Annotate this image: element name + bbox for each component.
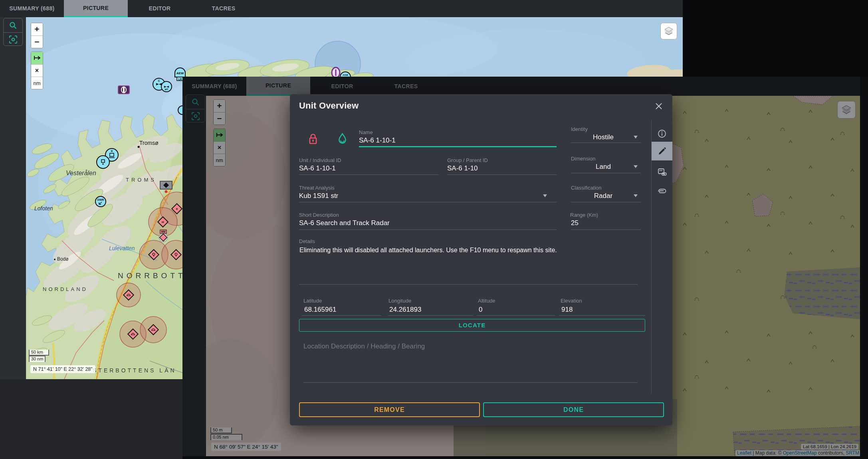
remove-button[interactable]: REMOVE	[299, 402, 480, 417]
svg-text:C: C	[158, 79, 160, 82]
longitude-input[interactable]: 24.261893	[389, 306, 421, 314]
pencil-icon	[657, 146, 667, 156]
lock-icon[interactable]	[308, 133, 318, 145]
back-measure-control: × nm	[31, 51, 43, 89]
classification-underline	[571, 202, 641, 202]
layers-button[interactable]	[660, 23, 677, 40]
locate-button[interactable]: LOCATE	[299, 319, 645, 332]
center-view-button[interactable]	[4, 32, 22, 46]
label-lofoten: Lofoten	[34, 205, 53, 212]
attachments-tab[interactable]	[652, 186, 672, 198]
details-input[interactable]: Eliminating this will disabled all attac…	[299, 247, 639, 254]
details-underline	[299, 284, 638, 285]
dimension-dropdown-arrow[interactable]	[634, 165, 638, 168]
classification-dropdown-arrow[interactable]	[634, 194, 638, 197]
short-desc-input[interactable]: SA-6 Search and Track Radar	[299, 219, 390, 227]
edit-tab[interactable]	[652, 142, 672, 160]
info-tab[interactable]	[652, 128, 672, 140]
app-background	[0, 379, 182, 459]
label-bodo: Bodø	[57, 256, 69, 262]
image-link-icon	[657, 167, 667, 177]
tab-tacres[interactable]: TACRES	[192, 0, 256, 17]
tab-picture[interactable]: PICTURE	[64, 0, 128, 17]
group-id-underline	[447, 174, 557, 175]
tab-editor[interactable]: EDITOR	[128, 0, 192, 17]
search-icon	[9, 21, 18, 30]
name-label: Name	[359, 129, 373, 135]
altitude-input[interactable]: 0	[479, 306, 482, 314]
classification-label: Classification	[571, 185, 602, 191]
longitude-label: Longitude	[388, 298, 411, 304]
svg-text:DWR: DWR	[97, 198, 104, 201]
unit-id-input[interactable]: SA-6 1-10-1	[299, 164, 336, 172]
label-sterbotten: STERBOTTENS LÄN	[93, 367, 176, 374]
svg-text:LR: LR	[178, 78, 182, 81]
identity-label: Identity	[571, 126, 588, 132]
clear-button[interactable]: ×	[31, 64, 43, 77]
threat-select[interactable]: Kub 1S91 str	[299, 192, 338, 200]
flame-icon[interactable]	[337, 133, 347, 145]
dimension-select[interactable]: Land	[571, 163, 636, 171]
svg-text:II: II	[176, 207, 178, 211]
longitude-underline	[388, 315, 473, 316]
dimension-underline	[571, 173, 641, 173]
classification-select[interactable]: Radar	[571, 192, 636, 200]
dimension-label: Dimension	[571, 156, 595, 162]
zoom-out-button[interactable]: −	[31, 36, 43, 48]
short-desc-underline	[299, 230, 557, 230]
crosshair-icon	[9, 35, 18, 44]
svg-text:MM: MM	[161, 230, 166, 233]
close-icon[interactable]	[655, 102, 663, 110]
latitude-input[interactable]: 68.165961	[304, 306, 336, 314]
altitude-underline	[476, 315, 555, 316]
location-desc-input[interactable]: Location Description / Heading / Bearing	[303, 342, 425, 350]
elevation-underline	[559, 315, 645, 316]
back-map-toolbox	[3, 18, 23, 46]
back-tab-bar: SUMMARY (688) PICTURE EDITOR TACRES	[0, 0, 683, 17]
range-input[interactable]: 25	[571, 219, 579, 227]
identity-select[interactable]: Hostile	[571, 133, 636, 141]
paperclip-icon	[657, 188, 667, 196]
range-underline	[571, 230, 641, 230]
threat-dropdown-arrow[interactable]	[543, 194, 547, 197]
group-id-label: Group / Parent ID	[447, 157, 488, 163]
dialog-title: Unit Overview	[299, 101, 359, 111]
label-troms: TROMS	[126, 177, 157, 183]
info-icon	[658, 129, 666, 138]
label-tromso: Tromsø	[139, 140, 159, 146]
scale-bar-nm: 30 nm	[29, 356, 46, 362]
label-lulevatten: Lulevatten	[109, 245, 135, 251]
svg-text:MT: MT	[165, 88, 168, 91]
name-underline	[359, 146, 557, 147]
identity-underline	[571, 142, 641, 143]
measure-button[interactable]	[31, 52, 43, 64]
measure-arrow-icon	[34, 55, 41, 61]
latitude-underline	[302, 315, 381, 316]
group-id-input[interactable]: SA-6 1-10	[447, 164, 478, 172]
done-button[interactable]: DONE	[483, 402, 664, 417]
units-button[interactable]: nm	[31, 77, 43, 89]
search-button[interactable]	[4, 18, 22, 32]
elevation-label: Elevation	[561, 298, 582, 304]
unit-overview-dialog: Unit Overview Name SA-6 1-10-1 Identity …	[290, 94, 672, 425]
svg-text:ASW: ASW	[343, 74, 348, 76]
threat-underline	[299, 202, 557, 202]
name-input[interactable]: SA-6 1-10-1	[359, 137, 396, 144]
zoom-in-button[interactable]: +	[31, 23, 43, 36]
layers-icon	[664, 26, 674, 36]
back-zoom-control: + −	[31, 23, 43, 48]
identity-dropdown-arrow[interactable]	[634, 136, 638, 138]
label-nordland: NORDLAND	[43, 286, 88, 292]
sidebar-divider	[651, 120, 652, 394]
latitude-label: Latitude	[303, 298, 322, 304]
short-desc-label: Short Description	[299, 212, 339, 218]
elevation-input[interactable]: 918	[561, 306, 573, 314]
back-left-sidebar	[0, 17, 26, 379]
svg-text:H: H	[162, 220, 164, 224]
tab-summary[interactable]: SUMMARY (688)	[0, 0, 64, 17]
svg-text:II: II	[111, 149, 113, 153]
details-label: Details	[299, 238, 315, 244]
svg-text:AEW: AEW	[176, 71, 184, 75]
map-export-tab[interactable]	[652, 166, 672, 178]
altitude-label: Altitude	[478, 298, 495, 304]
